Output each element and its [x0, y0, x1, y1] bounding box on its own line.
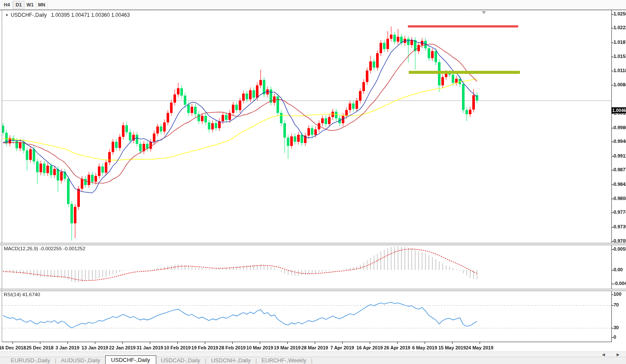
date-axis-label: 31 Jan 2019	[137, 345, 163, 350]
date-axis-label: 16 Apr 2019	[356, 345, 383, 350]
chart-tab-bar: EURUSD-,Daily|AUDUSD-,DailyUSDCHF-,Daily…	[0, 357, 626, 364]
date-axis-label: 24 May 2019	[466, 345, 493, 350]
price-axis-label: 0.98770	[614, 167, 626, 172]
macd-pane-splitter[interactable]	[0, 243, 626, 245]
chart-symbol-label: USDCHF-,Daily	[11, 12, 47, 18]
rsi-pane-splitter[interactable]	[0, 289, 626, 291]
chart-dropdown-icon[interactable]: ▼	[5, 13, 9, 17]
mt4-window: H4 D1 W1 MN ▼USDCHF-,Daily1.00395 1.0047…	[0, 0, 626, 364]
tab-usdcnh-daily[interactable]: USDCNH-,Daily	[206, 357, 255, 364]
tab-eurusd-daily[interactable]: EURUSD-,Daily	[6, 357, 55, 364]
price-axis-label: 0.99800	[614, 125, 626, 130]
price-axis-label: 0.99460	[614, 139, 626, 144]
date-axis-label: 6 May 2019	[412, 345, 437, 350]
timeframe-d1-button[interactable]: D1	[13, 1, 24, 9]
tab-usdcad-daily[interactable]: USDCAD-,Daily	[156, 357, 205, 364]
macd-axis-label: 0.00597	[614, 246, 626, 252]
tab-usdchf-daily[interactable]: USDCHF-,Daily	[105, 355, 156, 364]
macd-indicator-label: MACD(12,26,9) -0.002255 -0.001252	[4, 246, 85, 251]
date-axis-label: 7 Apr 2019	[330, 345, 354, 350]
price-axis-label: 1.02560	[614, 11, 626, 16]
chart-shift-marker-icon[interactable]	[482, 11, 486, 14]
rsi-indicator-label: RSI(14) 41.6740	[4, 292, 40, 297]
date-axis-label: 10 Mar 2019	[246, 345, 273, 350]
rsi-axis-label: 0	[614, 334, 616, 340]
price-axis-label: 1.01530	[614, 54, 626, 59]
price-axis-label: 1.01870	[614, 39, 626, 45]
rsi-axis-label: 100	[614, 291, 621, 297]
date-axis-label: 26 Apr 2019	[384, 345, 410, 350]
chart-area[interactable]: ▼USDCHF-,Daily1.00395 1.00471 1.00360 1.…	[0, 10, 626, 352]
date-axis-label: 13 Jan 2019	[82, 345, 108, 350]
date-axis-label: 28 Feb 2019	[219, 345, 246, 350]
timeframe-h4-button[interactable]: H4	[1, 1, 13, 9]
macd-axis-label: 0.00	[614, 267, 623, 272]
tab-separator: |	[311, 358, 313, 364]
tab-eurchf-weekly[interactable]: EURCHF-,Weekly	[257, 357, 311, 364]
timeframe-w1-button[interactable]: W1	[24, 1, 36, 9]
date-axis-label: 19 Feb 2019	[191, 345, 218, 350]
price-axis-label: 0.97390	[614, 224, 626, 229]
macd-axis-label: -0.00424	[614, 281, 626, 286]
date-axis-label: 3 Jan 2019	[55, 345, 79, 350]
rsi-axis-label: 70	[614, 302, 619, 307]
current-price-badge: 1.00463	[611, 107, 626, 113]
date-axis-label: 22 Jan 2019	[109, 345, 136, 350]
chart-title: ▼USDCHF-,Daily1.00395 1.00471 1.00360 1.…	[5, 12, 130, 18]
price-axis-label: 0.97740	[614, 209, 626, 215]
horizontal-scrollbar[interactable]: ◀ ▶	[0, 352, 626, 357]
date-axis-label: 19 Mar 2019	[274, 345, 301, 350]
price-axis-label: 0.98420	[614, 182, 626, 187]
chart-ohlc-values: 1.00395 1.00471 1.00360 1.00463	[51, 12, 130, 18]
price-axis-label: 0.99110	[614, 153, 626, 158]
date-axis-label: 28 Mar 2019	[301, 345, 328, 350]
price-axis-label: 0.98080	[614, 196, 626, 201]
price-axis-label: 1.02220	[614, 25, 626, 30]
price-chart-canvas[interactable]	[0, 10, 626, 352]
price-axis-label: 1.00840	[614, 82, 626, 87]
price-axis-label: 0.97050	[614, 238, 626, 243]
timeframe-mn-button[interactable]: MN	[36, 1, 48, 9]
date-axis-label: 15 May 2019	[438, 345, 466, 350]
date-axis-label: 16 Dec 2018	[0, 345, 26, 350]
timeframe-toolbar: H4 D1 W1 MN	[0, 0, 626, 10]
date-axis-label: 25 Dec 2018	[27, 345, 54, 350]
rsi-axis-label: 30	[614, 325, 619, 330]
price-axis-label: 1.01180	[614, 68, 626, 73]
tab-audusd-daily[interactable]: AUDUSD-,Daily	[56, 357, 105, 364]
date-axis-label: 10 Feb 2019	[164, 345, 191, 350]
